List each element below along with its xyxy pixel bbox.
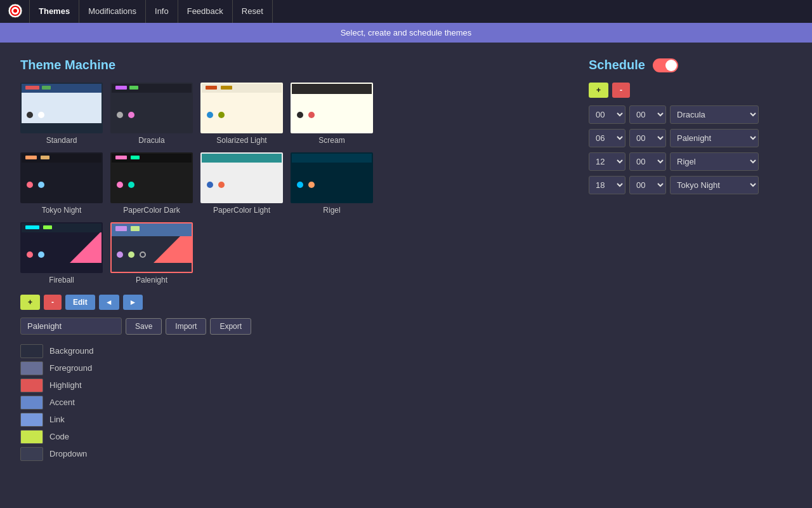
schedule-hour-2[interactable]: 00061218 (589, 152, 625, 171)
theme-name-row: Save Import Export (20, 318, 551, 335)
prev-theme-button[interactable]: ◄ (99, 295, 119, 310)
schedule-hour-0[interactable]: 00 061218 (589, 105, 625, 124)
foreground-swatch[interactable] (20, 361, 43, 375)
theme-preview-papercolor-light (200, 152, 283, 203)
theme-card-scream[interactable]: Scream (291, 83, 373, 145)
theme-card-fireball[interactable]: Fireball (20, 222, 103, 284)
color-row-accent: Accent (20, 394, 551, 411)
theme-name-scream: Scream (318, 136, 344, 145)
theme-name-palenight: Palenight (136, 276, 167, 284)
theme-preview-standard (20, 83, 103, 133)
schedule-header: Schedule (589, 58, 792, 72)
link-label: Link (49, 415, 65, 424)
theme-name-rigel: Rigel (323, 206, 340, 215)
theme-preview-tokyo (20, 152, 103, 203)
theme-preview-dracula (110, 83, 193, 133)
color-rows: Background Foreground Highlight Accent L… (20, 342, 551, 462)
link-swatch[interactable] (20, 413, 43, 427)
schedule-theme-2[interactable]: Dracula PalenightRigelTokyo Night Standa… (670, 152, 759, 171)
nav-item-themes[interactable]: Themes (29, 0, 79, 23)
edit-theme-button[interactable]: Edit (65, 295, 95, 310)
color-row-highlight: Highlight (20, 377, 551, 394)
theme-preview-solarized (200, 83, 283, 133)
theme-card-standard[interactable]: Standard (20, 83, 103, 145)
nav-items: Themes Modifications Info Feedback Reset (29, 0, 273, 23)
accent-swatch[interactable] (20, 396, 43, 410)
svg-point-2 (13, 9, 17, 13)
schedule-row-1: 00061218 00153045 Dracula PalenightRigel… (589, 129, 792, 147)
export-button[interactable]: Export (210, 318, 251, 335)
schedule-toggle[interactable] (653, 58, 678, 72)
theme-card-palenight[interactable]: Palenight (110, 222, 193, 284)
schedule-row-3: 00061218 00153045 Dracula PalenightRigel… (589, 176, 792, 194)
import-button[interactable]: Import (166, 318, 206, 335)
remove-schedule-button[interactable]: - (612, 83, 630, 98)
code-label: Code (49, 432, 69, 441)
foreground-label: Foreground (49, 363, 92, 373)
section-title-theme-machine: Theme Machine (20, 58, 551, 72)
nav-item-reset[interactable]: Reset (233, 0, 273, 23)
main-content: Theme Machine (0, 43, 812, 478)
dropdown-swatch[interactable] (20, 447, 43, 461)
schedule-minute-1[interactable]: 00153045 (629, 129, 666, 147)
highlight-swatch[interactable] (20, 378, 43, 392)
nav-item-modifications[interactable]: Modifications (79, 0, 146, 23)
schedule-row-2: 00061218 00153045 Dracula PalenightRigel… (589, 152, 792, 171)
theme-name-solarized-light: Solarized Light (216, 136, 266, 145)
next-theme-button[interactable]: ► (123, 295, 143, 310)
nav-item-info[interactable]: Info (146, 0, 178, 23)
schedule-hour-3[interactable]: 00061218 (589, 176, 625, 194)
schedule-theme-1[interactable]: Dracula PalenightRigelTokyo Night Standa… (670, 129, 759, 147)
theme-grid: Standard (20, 83, 551, 284)
theme-name-standard: Standard (46, 136, 77, 145)
theme-card-tokyo-night[interactable]: Tokyo Night (20, 152, 103, 215)
top-nav: Themes Modifications Info Feedback Reset (0, 0, 812, 23)
left-panel: Theme Machine (20, 58, 551, 462)
schedule-hour-1[interactable]: 00061218 (589, 129, 625, 147)
background-swatch[interactable] (20, 344, 43, 358)
highlight-label: Highlight (49, 380, 82, 390)
right-panel: Schedule + - 00 061218 00153045 Dracula … (589, 58, 792, 462)
background-label: Background (49, 346, 93, 356)
theme-name-papercolor-light: PaperColor Light (213, 206, 270, 215)
theme-preview-papercolor-dark (110, 152, 193, 203)
add-schedule-button[interactable]: + (589, 83, 608, 98)
theme-name-papercolor-dark: PaperColor Dark (123, 206, 180, 215)
schedule-minute-3[interactable]: 00153045 (629, 176, 666, 194)
save-button[interactable]: Save (126, 318, 162, 335)
add-theme-button[interactable]: + (20, 295, 40, 310)
dropdown-label: Dropdown (49, 449, 87, 458)
schedule-row-0: 00 061218 00153045 Dracula PalenightRige… (589, 105, 792, 124)
remove-theme-button[interactable]: - (44, 295, 62, 310)
theme-preview-rigel (291, 152, 373, 203)
theme-preview-fireball (20, 222, 103, 273)
schedule-title: Schedule (589, 58, 645, 72)
theme-card-dracula[interactable]: Dracula (110, 83, 193, 145)
color-row-dropdown: Dropdown (20, 445, 551, 462)
theme-preview-scream (291, 83, 373, 133)
theme-card-papercolor-dark[interactable]: PaperColor Dark (110, 152, 193, 215)
app-logo (8, 3, 29, 20)
schedule-add-row: + - (589, 83, 792, 98)
accent-label: Accent (49, 398, 75, 407)
code-swatch[interactable] (20, 430, 43, 444)
color-row-code: Code (20, 428, 551, 445)
schedule-minute-0[interactable]: 00153045 (629, 105, 666, 124)
sub-banner: Select, create and schedule themes (0, 23, 812, 43)
schedule-theme-0[interactable]: Dracula PalenightRigelTokyo Night Standa… (670, 105, 759, 124)
theme-card-papercolor-light[interactable]: PaperColor Light (200, 152, 283, 215)
color-row-background: Background (20, 342, 551, 359)
theme-name-dracula: Dracula (138, 136, 164, 145)
theme-card-solarized-light[interactable]: Solarized Light (200, 83, 283, 145)
theme-card-rigel[interactable]: Rigel (291, 152, 373, 215)
color-row-foreground: Foreground (20, 359, 551, 377)
nav-item-feedback[interactable]: Feedback (178, 0, 233, 23)
theme-name-tokyo-night: Tokyo Night (42, 206, 82, 215)
theme-toolbar: + - Edit ◄ ► (20, 295, 551, 310)
schedule-theme-3[interactable]: Dracula PalenightRigelTokyo Night Standa… (670, 176, 759, 194)
color-row-link: Link (20, 411, 551, 428)
theme-preview-palenight (110, 222, 193, 273)
theme-name-fireball: Fireball (49, 276, 74, 284)
theme-name-input[interactable] (20, 318, 122, 335)
schedule-minute-2[interactable]: 00153045 (629, 152, 666, 171)
